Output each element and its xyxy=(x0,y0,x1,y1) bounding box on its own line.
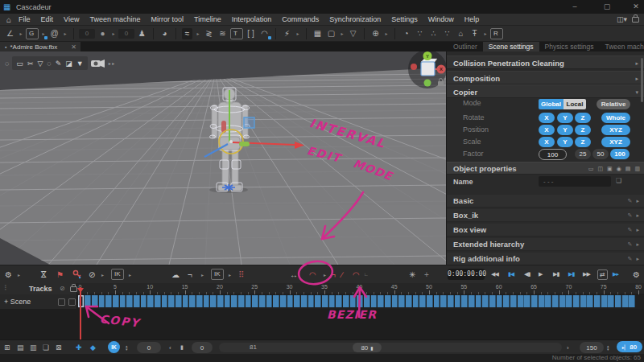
menu-synchronization[interactable]: Synchronization xyxy=(329,15,381,23)
timeline-cell[interactable] xyxy=(92,295,98,307)
menu-mirror-tool[interactable]: Mirror tool xyxy=(151,15,184,23)
position-z-button[interactable]: Z xyxy=(575,125,591,135)
timeline-cell[interactable] xyxy=(629,295,635,307)
scale-z-button[interactable]: Z xyxy=(575,137,591,147)
timeline-cell[interactable] xyxy=(105,295,112,307)
group-extended-hierarchy[interactable]: Extended hierarchy ✎▸ xyxy=(447,238,644,251)
timeline-cell[interactable] xyxy=(162,295,168,307)
pause-left-icon[interactable]: ▮ xyxy=(180,342,184,353)
pin-icon[interactable]: ✎ xyxy=(628,209,633,222)
timeline-cell[interactable] xyxy=(587,295,593,307)
save-scene-icon[interactable]: ▥ xyxy=(30,342,37,353)
timeline-cell[interactable] xyxy=(175,295,182,307)
timeline-cell[interactable] xyxy=(85,295,91,307)
timeline-cell[interactable] xyxy=(336,295,342,307)
bezier-interpolation-icon[interactable]: ◠ xyxy=(353,268,360,281)
timeline-cell[interactable] xyxy=(434,295,440,307)
lasso-icon[interactable]: ◌ xyxy=(47,57,51,70)
animation-run-icon[interactable]: ⚡ xyxy=(281,27,293,40)
factor-preset-100[interactable]: 100 xyxy=(610,149,630,159)
timeline-track-area[interactable]: + Scene xyxy=(0,294,644,309)
timeline-cell[interactable] xyxy=(419,295,426,307)
timeline-cell[interactable] xyxy=(413,295,419,307)
timeline-cell[interactable] xyxy=(147,295,154,307)
frame-stepper[interactable]: ▴▾ xyxy=(126,342,128,353)
timeline-cell[interactable] xyxy=(531,295,538,307)
timeline-cell[interactable] xyxy=(378,295,384,307)
timeline-cell[interactable] xyxy=(210,295,217,307)
pin-icon[interactable]: ✎ xyxy=(628,238,633,251)
timeline-cell[interactable] xyxy=(594,295,601,307)
menu-help[interactable]: Help xyxy=(464,15,480,23)
pin-icon[interactable]: ✎ xyxy=(628,224,633,237)
timeline-cell[interactable] xyxy=(343,295,349,307)
planet-icon[interactable]: ◔ xyxy=(400,27,412,40)
timeline-settings-gear-icon[interactable]: ⚙ xyxy=(5,268,12,281)
footsteps-icon-3[interactable]: ∵ xyxy=(441,27,453,40)
group-rig-additional-info[interactable]: Rig additional info ✎▸ xyxy=(447,253,644,265)
timeline-cell[interactable] xyxy=(120,295,126,307)
scale-xyz-button[interactable]: XYZ xyxy=(601,137,630,147)
timeline-cell[interactable] xyxy=(573,295,580,307)
timeline-cell[interactable] xyxy=(497,295,503,307)
timeline-cell[interactable] xyxy=(398,295,405,307)
frame-offset-field-2[interactable]: 0 xyxy=(118,29,134,39)
timeline-cell[interactable] xyxy=(238,295,245,307)
timeline-cell[interactable] xyxy=(476,295,482,307)
next-frame-button[interactable]: ▶▮ xyxy=(553,268,559,281)
step-mode-icon[interactable]: ¬ xyxy=(188,268,192,281)
minimize-button[interactable]: – xyxy=(564,0,586,13)
timeline-cell[interactable] xyxy=(503,295,510,307)
interval-arch-icon[interactable]: ◠ xyxy=(258,27,270,40)
interpolation-button[interactable]: ≈ xyxy=(182,28,193,39)
dropdown-icon[interactable]: ▸ xyxy=(482,27,489,40)
menu-interpolation[interactable]: Interpolation xyxy=(232,15,272,23)
timeline-cell[interactable] xyxy=(469,295,475,307)
timeline-ruler[interactable]: 05101520253035404550556065707580 ⋮ Track… xyxy=(0,283,644,294)
pin-icon[interactable]: ✎ xyxy=(628,253,633,265)
rotate-whole-button[interactable]: Whole xyxy=(601,113,630,123)
timeline-cell[interactable] xyxy=(287,295,294,307)
playback-settings-gear-icon[interactable]: ⚙ xyxy=(633,268,640,281)
timeline-cell[interactable] xyxy=(217,295,224,307)
duplicate-icon[interactable]: ❏ xyxy=(43,342,49,353)
total-frames-stepper[interactable]: ▴▾ xyxy=(607,342,609,353)
ik-toggle-button[interactable]: IK xyxy=(111,268,124,281)
keyframe-dot-icon[interactable]: ● xyxy=(97,27,109,40)
factor-value-input[interactable]: 100 xyxy=(539,149,567,160)
camera-icon[interactable] xyxy=(91,59,105,68)
group-basic[interactable]: Basic ✎▸ xyxy=(447,195,644,208)
position-xyz-button[interactable]: XYZ xyxy=(601,125,630,135)
pivot-tree-icon[interactable]: + xyxy=(424,268,429,281)
filter-icon[interactable]: ▽ xyxy=(347,27,359,40)
add-keyframe-icon[interactable]: ✚ xyxy=(76,342,82,353)
timeline-cell[interactable] xyxy=(350,295,357,307)
ik-mode-button[interactable]: IK xyxy=(108,341,120,353)
timeline-cell[interactable] xyxy=(552,295,559,307)
timeline-cell[interactable] xyxy=(113,295,119,307)
menu-tween-machine[interactable]: Tween machine xyxy=(89,15,140,23)
tag-t-icon[interactable]: ▤ xyxy=(625,162,631,175)
timeline-cell[interactable] xyxy=(615,295,621,307)
factor-preset-50[interactable]: 50 xyxy=(592,149,609,159)
easel-icon[interactable]: ▭ xyxy=(16,57,23,70)
dropdown-icon[interactable]: ▸ xyxy=(129,268,131,281)
dropdown-icon[interactable]: ▸ xyxy=(324,268,326,281)
cube-icon[interactable]: ◪ xyxy=(65,57,72,70)
collapse-caret-icon[interactable]: ▸ xyxy=(635,72,638,85)
menu-file[interactable]: File xyxy=(19,15,31,23)
dropdown-icon[interactable]: ▸ xyxy=(101,268,104,281)
dropdown-icon[interactable]: ▸ xyxy=(383,27,390,40)
footsteps-icon-2[interactable]: ∴ xyxy=(427,27,440,40)
group-box-view[interactable]: Box view ✎▸ xyxy=(447,224,644,237)
scene-track-header[interactable]: + Scene xyxy=(0,294,77,309)
knife-icon[interactable]: ✎ xyxy=(56,57,62,70)
dropdown-icon[interactable]: ▸ xyxy=(339,27,345,40)
mirror-icon[interactable]: ⋈ xyxy=(38,270,51,278)
rotate-y-button[interactable]: Y xyxy=(557,113,573,123)
menu-view[interactable]: View xyxy=(64,15,79,23)
timeline-cell[interactable] xyxy=(455,295,461,307)
autoposing-icon[interactable]: @ xyxy=(48,27,60,40)
loop-toggle-icon[interactable]: ⇄ xyxy=(597,268,608,281)
timeline-cell[interactable] xyxy=(252,295,258,307)
